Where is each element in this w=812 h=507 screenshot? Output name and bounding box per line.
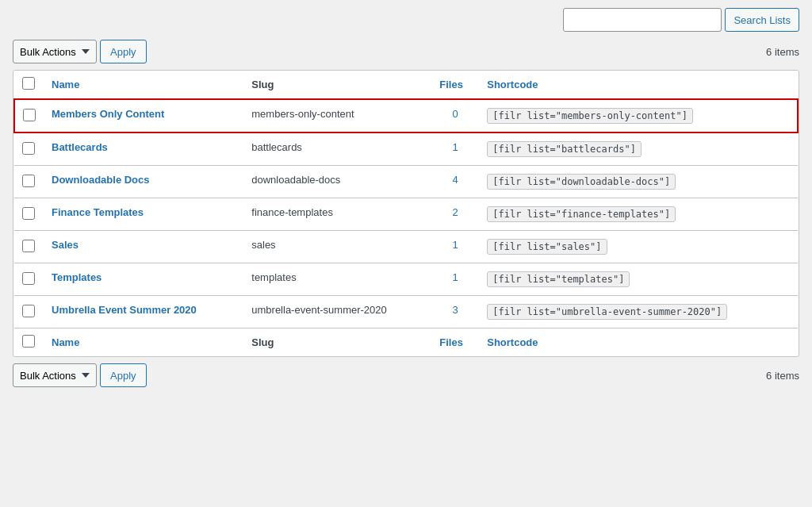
search-button[interactable]: Search Lists — [725, 8, 799, 32]
row-files-cell: 2 — [431, 198, 479, 231]
footer-files[interactable]: Files — [431, 328, 479, 357]
row-slug-cell: members-only-content — [243, 99, 431, 133]
row-checkbox-cell — [14, 263, 44, 296]
row-shortcode-cell: [filr list="sales"] — [479, 231, 798, 263]
row-files-cell: 0 — [431, 99, 479, 133]
header-slug: Slug — [243, 71, 431, 99]
row-slug-cell: battlecards — [243, 133, 431, 166]
row-checkbox[interactable] — [22, 175, 35, 187]
header-shortcode[interactable]: Shortcode — [479, 71, 798, 99]
search-area: Search Lists — [563, 8, 799, 32]
shortcode-badge: [filr list="finance-templates"] — [487, 206, 676, 222]
row-slug-cell: umbrella-event-summer-2020 — [243, 296, 431, 328]
row-checkbox[interactable] — [23, 109, 36, 121]
bulk-actions-select-bottom[interactable]: Bulk Actions — [13, 363, 97, 387]
row-checkbox-cell — [14, 166, 44, 198]
row-checkbox-cell — [14, 99, 44, 133]
header-name[interactable]: Name — [44, 71, 243, 99]
toolbar-left-bottom: Bulk Actions Apply — [13, 363, 147, 387]
apply-button-top[interactable]: Apply — [100, 40, 147, 63]
table-row: Members Only Content members-only-conten… — [14, 99, 798, 133]
row-name-link[interactable]: Finance Templates — [52, 206, 144, 218]
row-name-cell: Finance Templates — [44, 198, 243, 231]
row-name-cell: Downloadable Docs — [44, 166, 243, 198]
row-slug-cell: finance-templates — [243, 198, 431, 231]
shortcode-badge: [filr list="battlecards"] — [487, 141, 642, 157]
bulk-actions-select-top[interactable]: Bulk Actions — [13, 40, 97, 63]
row-checkbox[interactable] — [22, 240, 35, 252]
row-checkbox[interactable] — [22, 142, 35, 155]
table-row: Umbrella Event Summer 2020 umbrella-even… — [14, 296, 798, 328]
table-row: Templates templates 1 [filr list="templa… — [14, 263, 798, 296]
row-shortcode-cell: [filr list="umbrella-event-summer-2020"] — [479, 296, 798, 328]
row-name-link[interactable]: Sales — [52, 239, 79, 251]
shortcode-badge: [filr list="downloadable-docs"] — [487, 174, 676, 190]
row-checkbox-cell — [14, 231, 44, 263]
header-checkbox-cell — [14, 71, 44, 99]
footer-shortcode[interactable]: Shortcode — [479, 328, 798, 357]
row-name-cell: Sales — [44, 231, 243, 263]
row-name-link[interactable]: Umbrella Event Summer 2020 — [52, 304, 197, 316]
lists-table: Name Slug Files Shortcode Members Only C… — [13, 71, 799, 356]
apply-button-bottom[interactable]: Apply — [100, 363, 147, 387]
row-files-cell: 1 — [431, 133, 479, 166]
item-count-bottom: 6 items — [766, 370, 799, 382]
toolbar-left-top: Bulk Actions Apply — [13, 40, 147, 63]
table-body: Members Only Content members-only-conten… — [14, 99, 798, 328]
row-name-cell: Members Only Content — [44, 99, 243, 133]
row-checkbox[interactable] — [22, 272, 35, 285]
table-row: Downloadable Docs downloadable-docs 4 [f… — [14, 166, 798, 198]
row-files-cell: 3 — [431, 296, 479, 328]
row-name-cell: Templates — [44, 263, 243, 296]
row-shortcode-cell: [filr list="finance-templates"] — [479, 198, 798, 231]
row-shortcode-cell: [filr list="templates"] — [479, 263, 798, 296]
table-row: Sales sales 1 [filr list="sales"] — [14, 231, 798, 263]
shortcode-badge: [filr list="members-only-content"] — [487, 108, 693, 124]
row-checkbox[interactable] — [22, 207, 35, 220]
table-footer-row: Name Slug Files Shortcode — [14, 328, 798, 357]
row-files-cell: 1 — [431, 263, 479, 296]
top-toolbar: Bulk Actions Apply 6 items — [13, 40, 799, 63]
bottom-toolbar: Bulk Actions Apply 6 items — [13, 363, 799, 387]
row-files-cell: 1 — [431, 231, 479, 263]
footer-checkbox-cell — [14, 328, 44, 357]
search-input[interactable] — [563, 8, 722, 32]
select-all-checkbox[interactable] — [22, 77, 35, 90]
lists-table-wrapper: Name Slug Files Shortcode Members Only C… — [13, 70, 799, 357]
table-row: Finance Templates finance-templates 2 [f… — [14, 198, 798, 231]
row-name-cell: Battlecards — [44, 133, 243, 166]
row-slug-cell: templates — [243, 263, 431, 296]
row-name-link[interactable]: Templates — [52, 271, 102, 283]
select-all-checkbox-footer[interactable] — [22, 335, 35, 348]
row-name-link[interactable]: Battlecards — [52, 141, 108, 153]
row-checkbox-cell — [14, 296, 44, 328]
row-name-cell: Umbrella Event Summer 2020 — [44, 296, 243, 328]
item-count-top: 6 items — [766, 46, 799, 58]
table-row: Battlecards battlecards 1 [filr list="ba… — [14, 133, 798, 166]
shortcode-badge: [filr list="umbrella-event-summer-2020"] — [487, 304, 727, 320]
row-name-link[interactable]: Downloadable Docs — [52, 174, 150, 186]
shortcode-badge: [filr list="templates"] — [487, 271, 630, 287]
header-files[interactable]: Files — [431, 71, 479, 99]
row-slug-cell: downloadable-docs — [243, 166, 431, 198]
row-name-link[interactable]: Members Only Content — [52, 108, 164, 120]
shortcode-badge: [filr list="sales"] — [487, 239, 607, 255]
row-checkbox-cell — [14, 198, 44, 231]
row-checkbox[interactable] — [22, 305, 35, 317]
row-shortcode-cell: [filr list="downloadable-docs"] — [479, 166, 798, 198]
row-shortcode-cell: [filr list="battlecards"] — [479, 133, 798, 166]
footer-name[interactable]: Name — [44, 328, 243, 357]
row-slug-cell: sales — [243, 231, 431, 263]
table-header-row: Name Slug Files Shortcode — [14, 71, 798, 99]
row-files-cell: 4 — [431, 166, 479, 198]
row-shortcode-cell: [filr list="members-only-content"] — [479, 99, 798, 133]
footer-slug: Slug — [243, 328, 431, 357]
search-bar: Search Lists — [13, 8, 799, 32]
row-checkbox-cell — [14, 133, 44, 166]
